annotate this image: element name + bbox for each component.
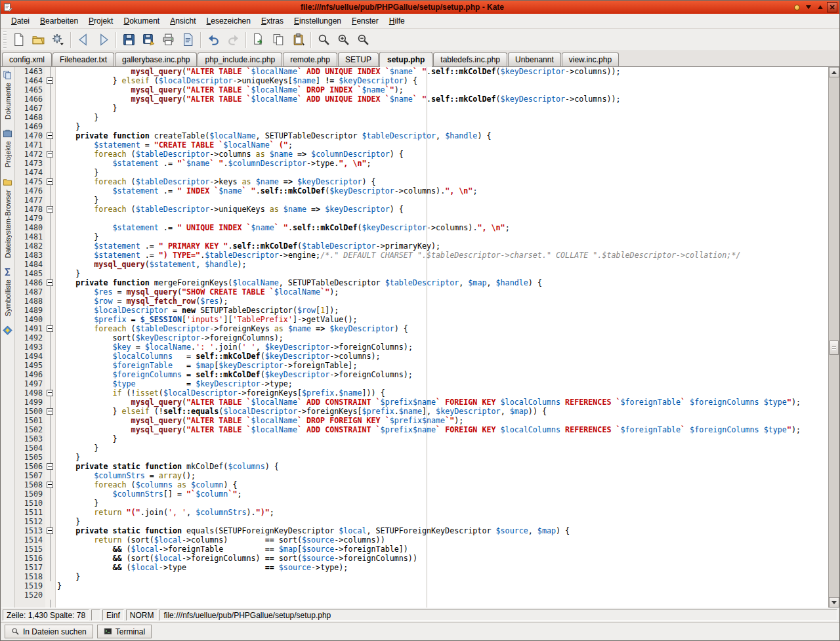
- tab-php-include-inc-php[interactable]: php_include.inc.php: [198, 52, 282, 66]
- sidebar-item-plugin[interactable]: [3, 325, 12, 335]
- tab-tabledefs-inc-php[interactable]: tabledefs.inc.php: [433, 52, 507, 66]
- tab-unbenannt[interactable]: Unbenannt: [508, 52, 561, 66]
- sidebar-item-dokumente[interactable]: Dokumente: [3, 70, 12, 119]
- line-number: 1468: [22, 113, 45, 122]
- code-line: 1491 foreach ($tableDescriptor->foreignK…: [15, 324, 828, 333]
- fold-marker[interactable]: [47, 77, 53, 84]
- tab-gallerybase-inc-php[interactable]: gallerybase.inc.php: [115, 52, 197, 66]
- tab-view-inc-php[interactable]: view.inc.php: [562, 52, 619, 66]
- maximize-button[interactable]: [815, 2, 826, 12]
- tab-setup-php[interactable]: setup.php: [379, 52, 432, 67]
- fold-marker[interactable]: [47, 279, 53, 286]
- scrollbar-thumb[interactable]: [830, 341, 839, 355]
- tab-remote-php[interactable]: remote.php: [283, 52, 337, 66]
- line-number: 1511: [22, 508, 45, 517]
- close-button[interactable]: ✕: [827, 2, 837, 12]
- fold-marker[interactable]: [47, 178, 53, 185]
- back-button[interactable]: [74, 30, 93, 49]
- line-number: 1492: [22, 333, 45, 342]
- forward-button[interactable]: [94, 30, 113, 49]
- scrollbar-track[interactable]: [829, 77, 839, 597]
- fold-marker[interactable]: [47, 482, 53, 488]
- fold-marker[interactable]: [47, 408, 53, 415]
- code-line: 1487 $res = mysql_query("SHOW CREATE TAB…: [15, 287, 828, 297]
- code-line: 1476 $statement .= " INDEX `$name` ".sel…: [15, 186, 828, 196]
- fold-marker[interactable]: [47, 390, 53, 396]
- line-number: 1497: [22, 379, 45, 388]
- zoom-in-button[interactable]: [334, 30, 353, 49]
- editor-scrollbar[interactable]: [828, 67, 839, 608]
- menu-item-dokument[interactable]: Dokument: [118, 14, 165, 28]
- line-number: 1485: [22, 269, 45, 278]
- sidebar-item-symbolliste[interactable]: Symbolliste: [3, 267, 12, 316]
- sidebar-item-projekte[interactable]: Projekte: [3, 129, 12, 167]
- line-number: 1500: [22, 407, 45, 416]
- tab-setup[interactable]: SETUP: [338, 52, 379, 66]
- code-line: 1512 }: [15, 517, 828, 526]
- print-button[interactable]: [159, 30, 178, 49]
- copy-button[interactable]: [269, 30, 288, 49]
- scroll-down-button[interactable]: [829, 597, 839, 608]
- toolbar-handle[interactable]: [3, 31, 7, 49]
- save-button[interactable]: [119, 30, 138, 49]
- minimize-button[interactable]: [803, 2, 814, 12]
- code-line: 1507 $columnStrs = array();: [15, 471, 828, 480]
- tab-config-xml[interactable]: config.xml: [2, 52, 52, 66]
- menu-item-einstellungen[interactable]: Einstellungen: [289, 14, 346, 28]
- fold-marker[interactable]: [47, 133, 53, 139]
- menu-item-lesezeichen[interactable]: Lesezeichen: [201, 14, 256, 28]
- tab-fileheader-txt[interactable]: Fileheader.txt: [52, 52, 114, 66]
- code-line: 1469 }: [15, 122, 828, 131]
- new-button[interactable]: [9, 30, 28, 49]
- code-line: 1479: [15, 214, 828, 223]
- fold-marker[interactable]: [47, 463, 53, 470]
- code-line: 1490 $prefix = $_SESSION['inputs']['Tabl…: [15, 315, 828, 324]
- code-area[interactable]: 1463 mysql_query("ALTER TABLE `$localNam…: [15, 67, 828, 608]
- line-number: 1489: [22, 306, 45, 315]
- fold-marker[interactable]: [47, 527, 53, 534]
- code-line: 1502 mysql_query("ALTER TABLE `$localNam…: [15, 425, 828, 434]
- document-button[interactable]: [178, 30, 198, 49]
- kate-window: file:///nfs/uellue/pub/PHPGallue/setup/s…: [0, 0, 840, 641]
- menu-item-hilfe[interactable]: Hilfe: [384, 14, 410, 28]
- toolbar-separator: [245, 32, 247, 48]
- menu-item-bearbeiten[interactable]: Bearbeiten: [35, 14, 83, 28]
- app-icon[interactable]: [3, 2, 13, 12]
- configure-button[interactable]: [49, 30, 68, 49]
- code-line: 1511 return "(".join(', ', $columnStrs).…: [15, 508, 828, 517]
- fold-marker[interactable]: [47, 206, 53, 213]
- scroll-up-button[interactable]: [829, 67, 839, 77]
- line-number: 1483: [22, 251, 45, 260]
- terminal-icon: [104, 627, 112, 636]
- code-line: 1472 foreach ($tableDescriptor->columns …: [15, 150, 828, 159]
- panel-button-in-dateien-suchen[interactable]: In Dateien suchen: [5, 625, 93, 638]
- title-bar[interactable]: file:///nfs/uellue/pub/PHPGallue/setup/s…: [1, 1, 839, 14]
- code-line: 1482 $statement .= " PRIMARY KEY ".self:…: [15, 241, 828, 251]
- menu-item-extras[interactable]: Extras: [256, 14, 289, 28]
- find-button[interactable]: [314, 30, 333, 49]
- redo-button[interactable]: [224, 30, 243, 49]
- sidebar-item-dateisystem-browser[interactable]: Dateisystem-Browser: [3, 177, 12, 258]
- undo-button[interactable]: [204, 30, 223, 49]
- open-button[interactable]: [29, 30, 48, 49]
- save-as-button[interactable]: [139, 30, 158, 49]
- fold-marker[interactable]: [47, 151, 53, 157]
- code-line: 1501 mysql_query("ALTER TABLE `$localNam…: [15, 416, 828, 425]
- editor[interactable]: 1463 mysql_query("ALTER TABLE `$localNam…: [15, 67, 828, 608]
- menu-item-ansicht[interactable]: Ansicht: [165, 14, 201, 28]
- zoom-out-button[interactable]: [354, 30, 373, 49]
- minimize-icon: [806, 5, 811, 9]
- menu-item-projekt[interactable]: Projekt: [83, 14, 118, 28]
- export-button[interactable]: [249, 30, 268, 49]
- status-insert-mode: Einf: [102, 610, 124, 621]
- line-number: 1498: [22, 388, 45, 398]
- pin-button[interactable]: [791, 2, 802, 12]
- menu-item-datei[interactable]: Datei: [6, 14, 35, 28]
- menu-item-fenster[interactable]: Fenster: [346, 14, 384, 28]
- fold-marker[interactable]: [47, 325, 53, 332]
- maximize-icon: [818, 5, 823, 9]
- code-line: 1499 mysql_query("ALTER TABLE `$localNam…: [15, 398, 828, 407]
- paste-button[interactable]: [289, 30, 308, 49]
- panel-button-terminal[interactable]: Terminal: [97, 625, 152, 638]
- line-number: 1477: [22, 196, 45, 205]
